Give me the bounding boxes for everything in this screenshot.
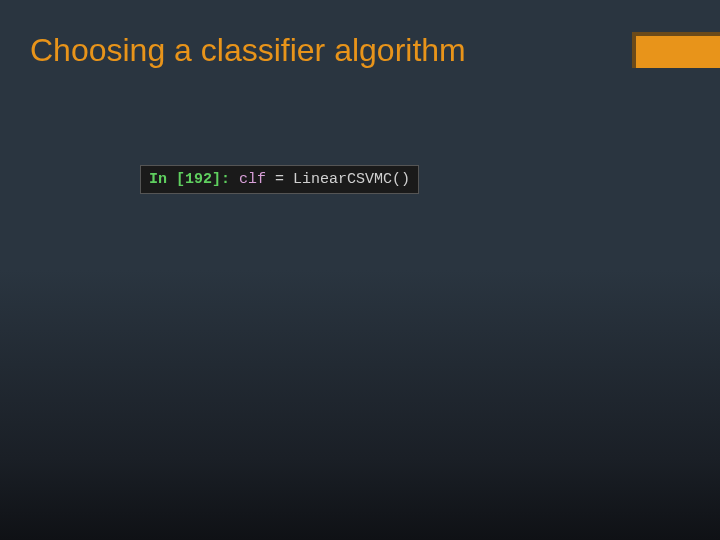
code-prompt: In [192]: xyxy=(149,171,239,188)
code-variable: clf xyxy=(239,171,266,188)
slide-title: Choosing a classifier algorithm xyxy=(0,0,720,69)
accent-decoration xyxy=(632,32,720,68)
code-snippet: In [192]: clf = LinearCSVMC() xyxy=(140,165,419,194)
code-call: LinearCSVMC() xyxy=(293,171,410,188)
code-equals: = xyxy=(266,171,293,188)
